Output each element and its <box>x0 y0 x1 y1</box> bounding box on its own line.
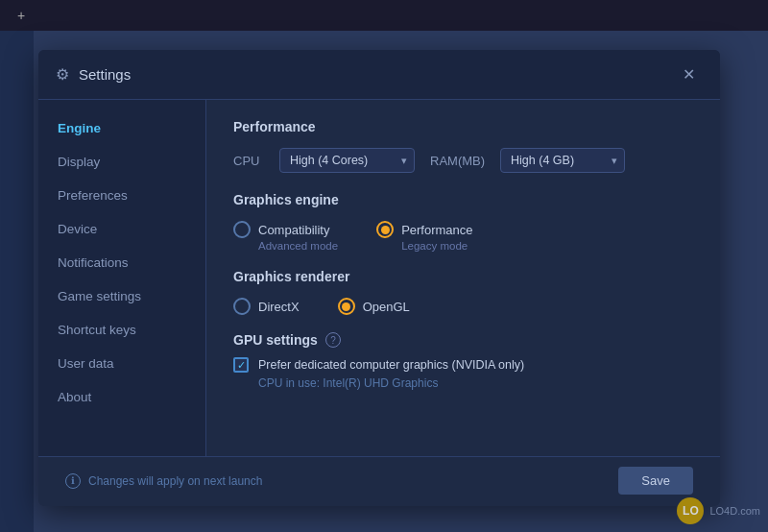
compatibility-option[interactable]: Compatibility Advanced mode <box>233 221 338 252</box>
sidebar-item-about[interactable]: About <box>38 380 205 414</box>
watermark: LO LO4D.com <box>677 497 760 524</box>
compatibility-radio[interactable] <box>233 221 251 238</box>
ram-label: RAM(MB) <box>430 154 485 168</box>
sidebar-item-display[interactable]: Display <box>38 145 205 179</box>
watermark-logo: LO <box>677 497 704 524</box>
directx-label-row: DirectX <box>233 298 300 315</box>
watermark-text: LO4D.com <box>709 505 760 517</box>
gpu-title-row: GPU settings ? <box>233 332 693 348</box>
opengl-label-row: OpenGL <box>338 298 410 315</box>
sidebar-item-notifications[interactable]: Notifications <box>38 246 205 279</box>
gpu-in-use-text: CPU in use: Intel(R) UHD Graphics <box>258 376 693 390</box>
sidebar-item-device[interactable]: Device <box>38 212 205 246</box>
prefer-dedicated-row: Prefer dedicated computer graphics (NVID… <box>233 357 693 373</box>
info-icon: ℹ <box>65 473 81 489</box>
gpu-settings-title: GPU settings <box>233 332 318 348</box>
renderer-options: DirectX OpenGL <box>233 298 693 315</box>
cpu-label: CPU <box>233 154 264 168</box>
performance-row: CPU High (4 Cores) Medium (2 Cores) Low … <box>233 148 693 173</box>
new-tab-button[interactable]: + <box>10 4 33 27</box>
sidebar-item-engine[interactable]: Engine <box>38 111 205 145</box>
performance-option[interactable]: Performance Legacy mode <box>376 221 472 252</box>
modal-title: Settings <box>79 66 131 83</box>
gpu-help-icon[interactable]: ? <box>325 332 341 348</box>
sidebar-item-game-settings[interactable]: Game settings <box>38 279 205 313</box>
performance-title: Performance <box>233 119 693 134</box>
opengl-label: OpenGL <box>363 300 410 314</box>
prefer-dedicated-checkbox[interactable] <box>233 357 249 373</box>
directx-option[interactable]: DirectX <box>233 298 300 315</box>
cpu-select[interactable]: High (4 Cores) Medium (2 Cores) Low (1 C… <box>279 148 415 173</box>
opengl-option[interactable]: OpenGL <box>338 298 410 315</box>
close-button[interactable]: ✕ <box>675 61 703 87</box>
compatibility-sublabel: Advanced mode <box>258 240 338 252</box>
modal-title-area: ⚙ Settings <box>56 65 131 84</box>
gpu-settings-section: GPU settings ? Prefer dedicated computer… <box>233 332 693 390</box>
graphics-engine-section: Graphics engine Compatibility Advanced m… <box>233 192 693 252</box>
graphics-engine-options: Compatibility Advanced mode Performance … <box>233 221 693 252</box>
taskbar: + <box>0 0 768 31</box>
sidebar-item-user-data[interactable]: User data <box>38 347 205 380</box>
graphics-renderer-title: Graphics renderer <box>233 269 693 284</box>
cpu-select-wrapper: High (4 Cores) Medium (2 Cores) Low (1 C… <box>279 148 415 173</box>
performance-label: Performance <box>401 223 472 237</box>
modal-overlay: ⚙ Settings ✕ Engine Display Preferences … <box>34 31 725 513</box>
settings-modal: ⚙ Settings ✕ Engine Display Preferences … <box>38 50 720 506</box>
footer-text: Changes will apply on next launch <box>88 474 262 488</box>
compatibility-label-row: Compatibility <box>233 221 338 238</box>
ram-select-wrapper: High (4 GB) Medium (2 GB) Low (1 GB) <box>500 148 625 173</box>
sidebar-item-shortcut-keys[interactable]: Shortcut keys <box>38 313 205 347</box>
performance-label-row: Performance <box>376 221 472 238</box>
sidebar-background <box>0 31 34 532</box>
graphics-renderer-section: Graphics renderer DirectX OpenGL <box>233 269 693 315</box>
ram-select[interactable]: High (4 GB) Medium (2 GB) Low (1 GB) <box>500 148 625 173</box>
footer-info: ℹ Changes will apply on next launch <box>65 473 262 489</box>
save-button[interactable]: Save <box>618 467 693 495</box>
gear-icon: ⚙ <box>56 65 69 84</box>
compatibility-label: Compatibility <box>258 223 329 237</box>
prefer-dedicated-label: Prefer dedicated computer graphics (NVID… <box>258 358 524 372</box>
modal-body: Engine Display Preferences Device Notifi… <box>38 100 720 456</box>
sidebar-item-preferences[interactable]: Preferences <box>38 179 205 212</box>
graphics-engine-title: Graphics engine <box>233 192 693 207</box>
opengl-radio[interactable] <box>338 298 355 315</box>
modal-header: ⚙ Settings ✕ <box>38 50 720 100</box>
performance-radio[interactable] <box>376 221 394 238</box>
main-content: Performance CPU High (4 Cores) Medium (2… <box>206 100 720 456</box>
modal-footer: ℹ Changes will apply on next launch Save <box>38 456 720 506</box>
directx-label: DirectX <box>258 300 300 314</box>
settings-nav: Engine Display Preferences Device Notifi… <box>38 100 206 456</box>
directx-radio[interactable] <box>233 298 251 315</box>
performance-sublabel: Legacy mode <box>401 240 472 252</box>
